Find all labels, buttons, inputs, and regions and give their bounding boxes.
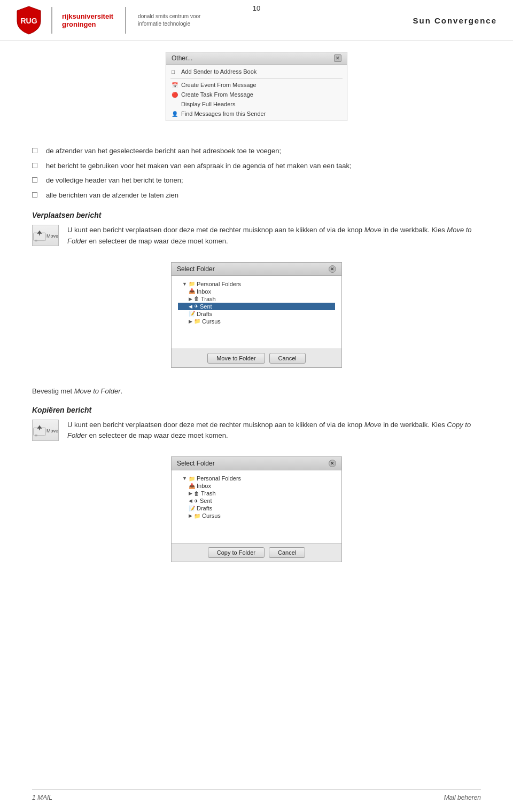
copy-tree-row-sent: ◀ ✈ Sent xyxy=(178,497,335,504)
copy-tree-row-trash: ▶ 🗑 Trash xyxy=(178,490,335,497)
tree-arrow-trash: ▶ xyxy=(189,296,192,302)
section-heading-verplaatsen: Verplaatsen bericht xyxy=(32,211,481,219)
context-menu-title: Other... xyxy=(172,54,192,62)
copy-tree-row-personal: ▼ 📁 Personal Folders xyxy=(178,475,335,482)
event-icon: 📅 xyxy=(172,82,178,88)
page-footer: 1 MAIL Mail beheren xyxy=(32,789,481,801)
confirm-text: Bevestig met Move to Folder. xyxy=(32,387,481,395)
center-line2: informatie technologie xyxy=(138,20,200,28)
copy-sent-icon: ✈ xyxy=(194,498,198,504)
center-info: donald smits centrum voor informatie tec… xyxy=(138,13,200,28)
copy-inbox-icon: 📥 xyxy=(189,483,195,489)
menu-item-display-headers: Display Full Headers xyxy=(166,99,347,109)
kopieren-text-1: U kunt een bericht verplaatsen door deze… xyxy=(67,421,471,440)
copy-icon-box: Move xyxy=(32,420,59,441)
tree-arrow-sent: ◀ xyxy=(189,304,192,309)
move-to-folder-button[interactable]: Move to Folder xyxy=(207,353,265,364)
bullet-square-4 xyxy=(32,192,37,198)
sent-label: Sent xyxy=(200,303,212,310)
center-line1: donald smits centrum voor xyxy=(138,13,200,20)
bullet-item-2: het bericht te gebruiken voor het maken … xyxy=(32,161,481,171)
move-dialog: Select Folder ✕ ▼ 📁 Personal Folders 📥 I… xyxy=(171,262,342,368)
add-sender-icon: □ xyxy=(172,69,175,75)
bullet-square-1 xyxy=(32,148,37,153)
copy-cancel-button[interactable]: Cancel xyxy=(269,547,305,558)
copy-trash-icon: 🗑 xyxy=(194,491,199,496)
kopieren-text: U kunt een bericht verplaatsen door deze… xyxy=(67,420,481,442)
copy-inbox-label: Inbox xyxy=(197,483,211,489)
page-number: 10 xyxy=(253,4,260,12)
bullet-square-3 xyxy=(32,177,37,183)
tree-row-trash: ▶ 🗑 Trash xyxy=(178,295,335,303)
brand-name: Sun Convergence xyxy=(413,16,497,25)
move-dialog-body: ▼ 📁 Personal Folders 📥 Inbox ▶ 🗑 Trash xyxy=(172,276,341,349)
copy-folder-tree: ▼ 📁 Personal Folders 📥 Inbox ▶ 🗑 Trash xyxy=(178,475,335,519)
move-dialog-close[interactable]: ✕ xyxy=(329,265,336,273)
cursus-label: Cursus xyxy=(202,318,221,325)
move-dialog-wrapper: Select Folder ✕ ▼ 📁 Personal Folders 📥 I… xyxy=(32,256,481,377)
university-name-line2: groningen xyxy=(62,20,113,28)
tree-arrow-personal: ▼ xyxy=(182,281,187,287)
bullet-text-4: alle berichten van de afzender te laten … xyxy=(46,190,178,201)
svg-text:RUG: RUG xyxy=(20,17,37,25)
copy-dialog-body: ▼ 📁 Personal Folders 📥 Inbox ▶ 🗑 Trash xyxy=(172,470,341,543)
bullet-item-1: de afzender van het geselecteerde berich… xyxy=(32,146,481,156)
copy-drafts-icon: 📝 xyxy=(189,506,195,511)
copy-dialog: Select Folder ✕ ▼ 📁 Personal Folders 📥 I… xyxy=(171,456,342,562)
bullet-item-3: de volledige header van het bericht te t… xyxy=(32,175,481,186)
move-cancel-button[interactable]: Cancel xyxy=(269,353,306,364)
drafts-icon: 📝 xyxy=(189,311,195,317)
tree-row-personal: ▼ 📁 Personal Folders xyxy=(178,280,335,288)
copy-to-folder-button[interactable]: Copy to Folder xyxy=(208,547,265,558)
menu-item-create-event: 📅 Create Event From Message xyxy=(166,80,347,90)
copy-tree-arrow-trash: ▶ xyxy=(189,491,192,496)
copy-move-label: Move xyxy=(46,428,58,433)
bullet-text-3: de volledige header van het bericht te t… xyxy=(46,175,183,186)
copy-drafts-label: Drafts xyxy=(197,505,212,511)
move-label: Move xyxy=(46,233,58,239)
footer-left: 1 MAIL xyxy=(32,794,52,801)
copy-dialog-empty-space xyxy=(178,523,335,539)
context-menu-header: Other... ✕ xyxy=(166,52,347,65)
move-icon xyxy=(33,228,46,243)
copy-dialog-title: Select Folder xyxy=(177,460,215,467)
copy-tree-arrow-sent: ◀ xyxy=(189,498,192,503)
copy-dialog-close[interactable]: ✕ xyxy=(329,460,336,467)
logo-divider1 xyxy=(51,7,52,34)
tree-arrow-cursus: ▶ xyxy=(189,319,192,324)
bullet-item-4: alle berichten van de afzender te laten … xyxy=(32,190,481,201)
dialog-empty-space xyxy=(178,328,335,344)
verplaatsen-text: U kunt een bericht verplaatsen door deze… xyxy=(67,225,481,247)
logo: RUG rijksuniversiteit groningen donald s… xyxy=(16,5,200,35)
trash-label: Trash xyxy=(201,296,216,302)
tree-row-cursus: ▶ 📁 Cursus xyxy=(178,318,335,325)
copy-personal-folders-label: Personal Folders xyxy=(197,475,241,482)
personal-folders-icon: 📁 xyxy=(189,281,195,287)
copy-icon xyxy=(33,423,46,438)
verplaatsen-text-1: U kunt een bericht verplaatsen door deze… xyxy=(67,226,472,245)
copy-cursus-icon: 📁 xyxy=(194,513,200,519)
university-name-line1: rijksuniversiteit xyxy=(62,12,113,21)
copy-personal-folders-icon: 📁 xyxy=(189,476,195,482)
copy-tree-row-drafts: 📝 Drafts xyxy=(178,504,335,512)
bullet-list: de afzender van het geselecteerde berich… xyxy=(32,146,481,200)
inbox-icon: 📥 xyxy=(189,288,195,294)
personal-folders-label: Personal Folders xyxy=(197,281,241,287)
move-dialog-footer: Move to Folder Cancel xyxy=(172,349,341,367)
copy-sent-label: Sent xyxy=(200,498,212,504)
bullet-text-2: het bericht te gebruiken voor het maken … xyxy=(46,161,352,171)
trash-icon: 🗑 xyxy=(194,296,199,302)
move-icon-box: Move xyxy=(32,225,59,246)
copy-tree-arrow-cursus: ▶ xyxy=(189,513,192,518)
context-menu-close: ✕ xyxy=(334,54,341,62)
tree-row-sent[interactable]: ◀ ✈ Sent xyxy=(178,303,335,310)
footer-right: Mail beheren xyxy=(444,794,481,801)
section-verplaatsen: Move U kunt een bericht verplaatsen door… xyxy=(32,225,481,247)
copy-dialog-footer: Copy to Folder Cancel xyxy=(172,543,341,562)
logo-divider2 xyxy=(125,7,126,34)
copy-cursus-label: Cursus xyxy=(202,513,221,519)
copy-tree-row-inbox: 📥 Inbox xyxy=(178,482,335,490)
drafts-label: Drafts xyxy=(197,311,212,317)
task-icon: 🔴 xyxy=(172,92,178,98)
copy-tree-row-cursus: ▶ 📁 Cursus xyxy=(178,512,335,519)
